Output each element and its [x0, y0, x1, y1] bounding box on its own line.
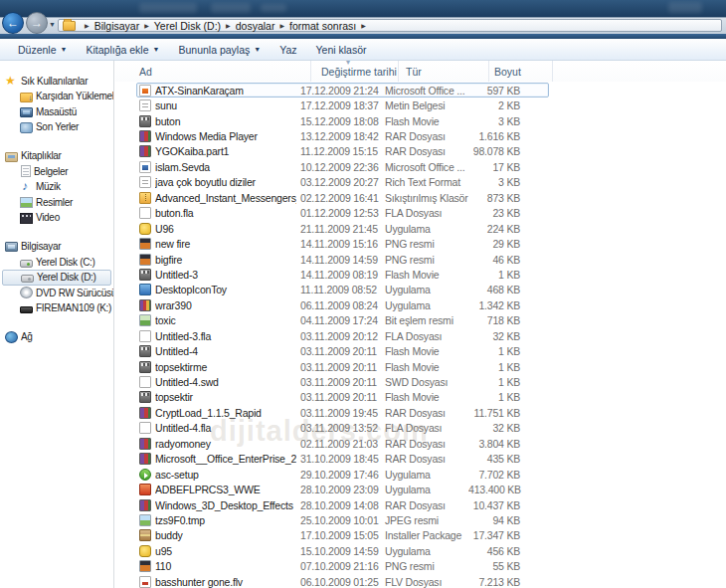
- sidebar-group-header-favorites[interactable]: Sık Kullanılanlar: [0, 73, 113, 89]
- include-in-library-button[interactable]: Kitaplığa ekle▼: [86, 44, 159, 56]
- organize-button[interactable]: Düzenle▼: [18, 44, 67, 56]
- file-type-cell: RAR Dosyası: [379, 407, 468, 419]
- file-date-cell: 15.10.2009 14:59: [291, 545, 379, 557]
- table-row[interactable]: Untitled-314.11.2009 08:19Flash Movie1 K…: [136, 267, 549, 282]
- file-date-cell: 06.10.2009 01:25: [291, 576, 379, 588]
- table-row[interactable]: Untitled-3.fla03.11.2009 20:12FLA Dosyas…: [136, 328, 549, 343]
- table-row[interactable]: Untitled-403.11.2009 20:11Flash Movie1 K…: [136, 343, 549, 358]
- file-date-cell: 02.11.2009 21:03: [291, 438, 379, 450]
- sidebar-group-header-computer[interactable]: Bilgisayar: [0, 239, 113, 255]
- sidebar-item-video[interactable]: Video: [0, 210, 113, 226]
- table-row[interactable]: wrar39006.11.2009 08:24Uygulama1.342 KB: [136, 297, 549, 312]
- share-with-button[interactable]: Bununla paylaş▼: [178, 44, 261, 56]
- chevron-down-icon: ▼: [153, 46, 160, 53]
- column-header-size[interactable]: Boyut: [489, 61, 553, 82]
- table-row[interactable]: bigfire14.11.2009 14:59PNG resmi46 KB: [136, 252, 549, 267]
- recent-pages-dropdown-icon[interactable]: ▼: [49, 21, 56, 28]
- table-row[interactable]: DesktopIconToy11.11.2009 08:52Uygulama46…: [136, 283, 549, 297]
- column-header-type[interactable]: Tür: [399, 61, 489, 82]
- column-header-name[interactable]: Ad: [115, 61, 311, 82]
- file-date-cell: 04.11.2009 17:24: [291, 314, 379, 326]
- sidebar-item-fireman109-drive[interactable]: FIREMAN109 (K:): [0, 300, 113, 316]
- file-size-cell: 435 KB: [468, 453, 524, 465]
- table-row[interactable]: topsektirme03.11.2009 20:11Flash Movie1 …: [136, 359, 549, 374]
- file-name-cell: topsektir: [155, 391, 296, 403]
- flv-doc-icon: [139, 576, 151, 588]
- file-date-cell: 14.11.2009 15:16: [291, 238, 379, 250]
- sidebar-item-label: Yerel Disk (D:): [37, 272, 96, 283]
- new-folder-button[interactable]: Yeni klasör: [316, 44, 367, 56]
- sidebar-item-label: Masaüstü: [36, 106, 77, 117]
- file-date-cell: 03.11.2009 20:11: [291, 345, 379, 357]
- sidebar-item-local-disk-c[interactable]: Yerel Disk (C:): [0, 255, 113, 271]
- file-size-cell: 29 KB: [468, 238, 524, 250]
- table-row[interactable]: Windows_3D_Desktop_Effects28.10.2009 14:…: [136, 497, 549, 512]
- table-row[interactable]: Windows Media Player13.12.2009 18:42RAR …: [136, 128, 549, 143]
- breadcrumb-segment[interactable]: Yerel Disk (D:): [154, 20, 221, 32]
- table-row[interactable]: CryptLoad_1.1.5_Rapid03.11.2009 19:45RAR…: [136, 405, 549, 420]
- sidebar-group-header-libraries[interactable]: Kitaplıklar: [0, 148, 113, 164]
- table-row[interactable]: 11007.10.2009 21:16PNG resmi55 KB: [136, 559, 549, 574]
- table-row[interactable]: Untitled-4.fla03.11.2009 13:52FLA Dosyas…: [136, 421, 549, 436]
- file-date-cell: 28.10.2009 23:09: [291, 484, 379, 495]
- breadcrumb-segment[interactable]: format sonrası: [289, 20, 356, 32]
- new-folder-button-label: Yeni klasör: [316, 44, 367, 56]
- table-row[interactable]: asc-setup29.10.2009 17:46Uygulama7.702 K…: [136, 467, 549, 482]
- file-date-cell: 03.11.2009 20:11: [291, 391, 379, 403]
- sidebar-item-documents[interactable]: Belgeler: [0, 164, 113, 180]
- folder-icon: [63, 21, 76, 31]
- sidebar-item-recent-places[interactable]: Son Yerler: [0, 119, 113, 135]
- table-row[interactable]: buton.fla01.12.2009 12:53FLA Dosyası23 K…: [136, 206, 549, 221]
- table-row[interactable]: tzs9F0.tmp25.10.2009 10:01JPEG resmi94 K…: [136, 512, 549, 527]
- table-row[interactable]: ATX-SinanKaraçam17.12.2009 21:24Microsof…: [136, 83, 549, 98]
- table-row[interactable]: Microsoft__Office_EnterPrise_2007__activ…: [136, 452, 549, 467]
- sidebar-group-network: Ağ: [0, 329, 113, 345]
- table-row[interactable]: buton15.12.2009 18:08Flash Movie3 KB: [136, 113, 549, 128]
- table-row[interactable]: new fire14.11.2009 15:16PNG resmi29 KB: [136, 236, 549, 251]
- file-size-cell: 46 KB: [468, 254, 524, 266]
- file-name-cell: basshunter gone.flv: [155, 576, 296, 588]
- table-row[interactable]: u9515.10.2009 14:59Uygulama456 KB: [136, 543, 549, 558]
- file-name-cell: java çok boyutlu diziler: [155, 176, 296, 188]
- table-row[interactable]: basshunter gone.flv06.10.2009 01:25FLV D…: [136, 574, 549, 588]
- breadcrumb-segment[interactable]: dosyalar: [236, 20, 275, 32]
- sidebar-item-downloads[interactable]: Karşıdan Yüklemeler: [0, 89, 113, 104]
- table-row[interactable]: YGOKaiba.part111.12.2009 15:15RAR Dosyas…: [136, 144, 549, 159]
- window-titlebar[interactable]: [0, 0, 726, 17]
- file-date-cell: 15.12.2009 18:08: [291, 115, 379, 127]
- table-row[interactable]: Advanced_Instant_Messengers_Password...0…: [136, 190, 549, 205]
- table-row[interactable]: buddy17.10.2009 15:05Installer Package17…: [136, 528, 549, 543]
- sidebar-item-pictures[interactable]: Resimler: [0, 195, 113, 211]
- sidebar-item-label: Yerel Disk (C:): [36, 257, 95, 268]
- file-date-cell: 03.11.2009 20:11: [291, 361, 379, 373]
- breadcrumb-arrow-icon: ▶: [144, 22, 149, 29]
- sidebar-item-music[interactable]: Müzik: [0, 179, 113, 195]
- burn-button[interactable]: Yaz: [279, 44, 296, 56]
- sort-indicator-icon: ▾: [346, 61, 350, 67]
- table-row[interactable]: toxic04.11.2009 17:24Bit eşlem resmi718 …: [136, 313, 549, 328]
- table-row[interactable]: topsektir03.11.2009 20:11Flash Movie1 KB: [136, 390, 549, 405]
- sidebar-group-header-network[interactable]: Ağ: [0, 329, 113, 345]
- sidebar-item-desktop[interactable]: Masaüstü: [0, 104, 113, 120]
- breadcrumb-segment[interactable]: Bilgisayar: [94, 20, 140, 32]
- table-row[interactable]: sunu17.12.2009 18:37Metin Belgesi2 KB: [136, 98, 549, 112]
- file-type-cell: PNG resmi: [379, 254, 468, 266]
- sidebar-item-label: Video: [36, 212, 60, 223]
- table-row[interactable]: java çok boyutlu diziler03.12.2009 20:27…: [136, 175, 549, 190]
- back-button[interactable]: ←: [2, 12, 24, 34]
- table-row[interactable]: ADBEFLPRCS3_WWE28.10.2009 23:09Uygulama4…: [136, 482, 549, 496]
- table-row[interactable]: U9621.11.2009 21:45Uygulama224 KB: [136, 221, 549, 236]
- file-size-cell: 1 KB: [468, 376, 524, 388]
- file-date-cell: 06.11.2009 08:24: [291, 299, 379, 311]
- sidebar-item-local-disk-d[interactable]: Yerel Disk (D:): [2, 270, 111, 286]
- column-header-date-modified[interactable]: Değiştirme tarihi: [311, 61, 399, 82]
- address-bar[interactable]: ▶Bilgisayar▶Yerel Disk (D:)▶dosyalar▶for…: [58, 19, 722, 32]
- table-row[interactable]: Untitled-4.swd03.11.2009 20:11SWD Dosyas…: [136, 374, 549, 389]
- table-row[interactable]: islam.Sevda10.12.2009 22:36Microsoft Off…: [136, 159, 549, 174]
- table-row[interactable]: radyomoney02.11.2009 21:03RAR Dosyası3.8…: [136, 436, 549, 451]
- flash-movie-icon: [139, 115, 151, 127]
- forward-button[interactable]: →: [26, 12, 48, 34]
- sidebar-group-favorites: Sık KullanılanlarKarşıdan YüklemelerMasa…: [0, 73, 113, 135]
- drive-icon: [21, 275, 34, 283]
- sidebar-item-dvd-rw-drive[interactable]: DVD RW Sürücüsü (E: [0, 286, 113, 301]
